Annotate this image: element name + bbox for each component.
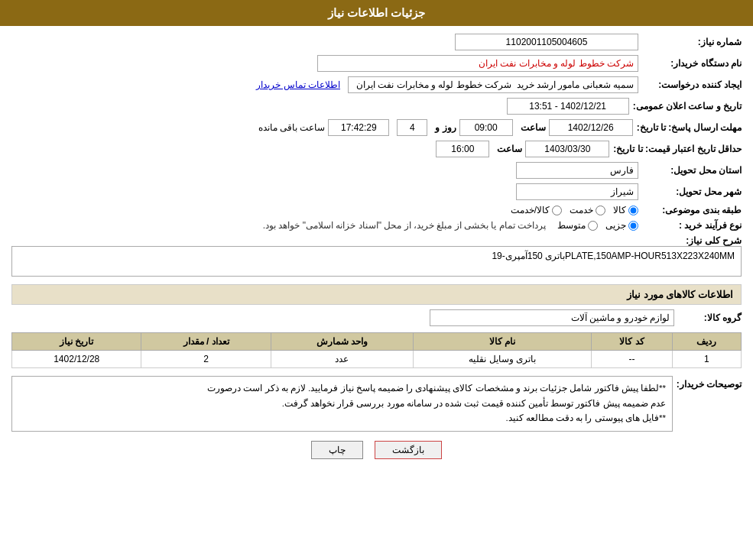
cell-row: 1	[672, 351, 741, 368]
col-row: ردیف	[672, 333, 741, 351]
description-value: باتری 150آمپری-19PLATE,150AMP-HOUR513X22…	[492, 251, 735, 261]
process-partial-radio[interactable]	[628, 221, 638, 231]
table-row: 1 -- باتری وسایل نقلیه عدد 2 1402/12/28	[12, 351, 742, 368]
remaining-time-label: ساعت باقی مانده	[258, 122, 326, 133]
goods-section-title: اطلاعات کالاهای مورد نیاز	[11, 284, 742, 305]
col-name: نام کالا	[414, 333, 592, 351]
city-input[interactable]	[516, 183, 638, 200]
reply-days-input[interactable]	[397, 119, 427, 136]
category-goods-radio[interactable]	[628, 206, 638, 215]
price-validity-label: حداقل تاریخ اعتبار قیمت: تا تاریخ:	[613, 144, 742, 154]
need-number-label: شماره نیاز:	[642, 37, 742, 47]
price-validity-date-input[interactable]	[525, 141, 609, 157]
category-goods-service-label: کالا/خدمت	[511, 205, 550, 215]
creator-input[interactable]	[348, 76, 638, 93]
buyer-org-label: نام دستگاه خریدار:	[642, 58, 742, 69]
price-validity-time-label: ساعت	[497, 144, 522, 154]
category-goods-service-radio[interactable]	[552, 206, 562, 215]
process-note: پرداخت تمام یا بخشی از مبلغ خرید، از محل…	[263, 220, 546, 231]
reply-time-input[interactable]	[459, 119, 513, 136]
buyer-notes-line2: عدم ضمیمه پیش فاکتور توسط تأمین کننده قی…	[18, 397, 666, 412]
remaining-time-input[interactable]	[328, 119, 389, 136]
page-title: جزئیات اطلاعات نیاز	[328, 6, 425, 19]
announce-date-label: تاریخ و ساعت اعلان عمومی:	[633, 101, 742, 112]
contact-link[interactable]: اطلاعات تماس خریدار	[256, 79, 340, 90]
category-label: طبقه بندی موضوعی:	[642, 205, 742, 215]
reply-date-input[interactable]	[549, 119, 633, 136]
cell-name: باتری وسایل نقلیه	[414, 351, 592, 368]
process-medium-radio[interactable]	[588, 221, 598, 231]
category-service-label: خدمت	[570, 205, 593, 215]
group-value-input[interactable]	[430, 309, 674, 326]
reply-time-label: ساعت	[521, 122, 546, 133]
category-radio-group: کالا خدمت کالا/خدمت	[511, 205, 638, 215]
cell-unit: عدد	[271, 351, 413, 368]
buyer-notes-box: **لطفا پیش فاکتور شامل جزئیات برند و مشخ…	[11, 376, 673, 432]
process-medium-label: متوسط	[557, 220, 586, 231]
reply-days-label: روز و	[435, 122, 456, 133]
cell-code: --	[592, 351, 672, 368]
cell-qty: 2	[141, 351, 271, 368]
group-label: گروه کالا:	[680, 312, 742, 323]
col-date: تاریخ نیاز	[12, 333, 141, 351]
reply-deadline-label: مهلت ارسال پاسخ: تا تاریخ:	[637, 122, 742, 133]
process-radio-group: جزیی متوسط	[557, 220, 638, 231]
buyer-org-input[interactable]	[317, 55, 638, 72]
buyer-notes-label: توصیحات خریدار:	[673, 376, 742, 390]
process-label: نوع فرآیند خرید :	[642, 220, 742, 231]
province-input[interactable]	[516, 162, 638, 179]
back-button[interactable]: بازگشت	[375, 441, 442, 459]
cell-date: 1402/12/28	[12, 351, 141, 368]
buyer-notes-line3: **فایل های پیوستی را به دقت مطالعه کنید.	[18, 411, 666, 426]
province-label: استان محل تحویل:	[642, 165, 742, 176]
city-label: شهر محل تحویل:	[642, 186, 742, 197]
col-qty: تعداد / مقدار	[141, 333, 271, 351]
print-button[interactable]: چاپ	[311, 441, 363, 459]
page-header: جزئیات اطلاعات نیاز	[0, 0, 753, 26]
description-box: باتری 150آمپری-19PLATE,150AMP-HOUR513X22…	[11, 246, 742, 277]
category-service-radio[interactable]	[596, 206, 605, 215]
creator-label: ایجاد کننده درخواست:	[642, 79, 742, 90]
buyer-notes-line1: **لطفا پیش فاکتور شامل جزئیات برند و مشخ…	[18, 381, 666, 397]
announce-date-input[interactable]	[507, 98, 629, 115]
col-code: کد کالا	[592, 333, 672, 351]
category-goods-label: کالا	[613, 205, 626, 215]
need-number-input[interactable]	[455, 34, 638, 50]
goods-table: ردیف کد کالا نام کالا واحد شمارش تعداد /…	[11, 332, 742, 368]
price-validity-time-input[interactable]	[436, 141, 489, 157]
description-label: شرح کلی نیاز:	[642, 235, 742, 246]
process-partial-label: جزیی	[605, 220, 626, 231]
col-unit: واحد شمارش	[271, 333, 413, 351]
